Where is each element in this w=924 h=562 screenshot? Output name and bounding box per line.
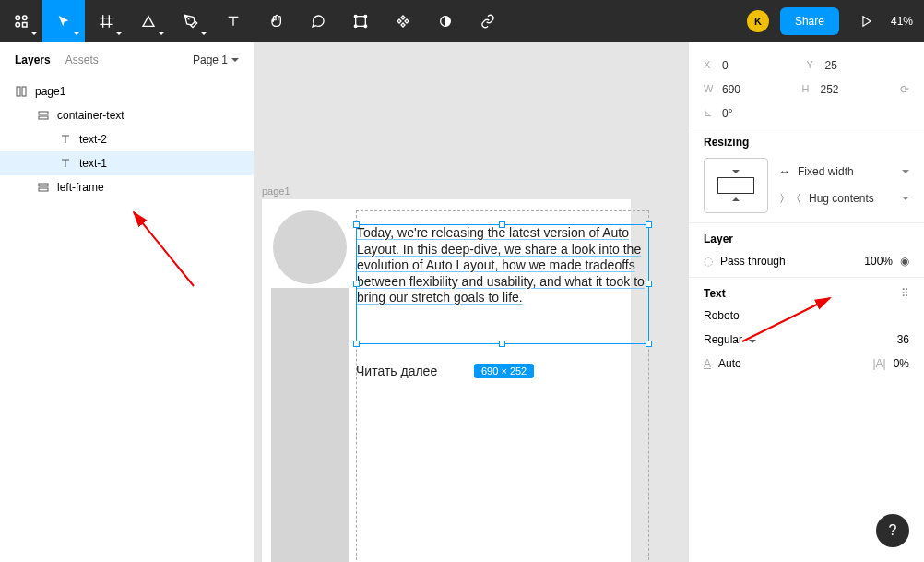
frame-icon	[37, 181, 50, 194]
frame-icon	[15, 85, 28, 98]
resize-handle-se[interactable]	[646, 341, 652, 347]
frame-icon	[37, 109, 50, 122]
link-icon[interactable]	[467, 0, 509, 42]
layer-label: container-text	[57, 109, 124, 122]
user-avatar[interactable]: K	[747, 10, 769, 32]
present-button[interactable]	[850, 5, 883, 38]
resize-visual-control[interactable]	[704, 158, 768, 213]
frame-tool-button[interactable]	[85, 0, 127, 42]
height-resize-dropdown[interactable]: 〉〈Hug contents	[779, 191, 909, 207]
pen-tool-button[interactable]	[170, 0, 212, 42]
svg-point-0	[16, 16, 20, 20]
svg-point-7	[354, 25, 357, 28]
letter-spacing-icon: |A|	[872, 357, 885, 370]
svg-point-8	[364, 25, 367, 28]
x-input[interactable]: 0	[722, 59, 796, 72]
layers-panel: Layers Assets Page 1 page1 container-tex…	[0, 42, 255, 562]
frame-name-label[interactable]: page1	[262, 185, 290, 197]
svg-rect-13	[39, 116, 48, 119]
y-label: Y	[807, 59, 825, 72]
h-input[interactable]: 252	[821, 83, 894, 96]
h-label: H	[802, 83, 821, 96]
hand-tool-button[interactable]	[255, 0, 297, 42]
svg-rect-14	[39, 184, 48, 186]
lock-aspect-icon[interactable]: ⟳	[900, 83, 909, 96]
mask-icon[interactable]	[424, 0, 467, 42]
width-resize-dropdown[interactable]: ↔Fixed width	[779, 165, 909, 178]
canvas-area[interactable]: page1 Today, we're releasing the latest …	[255, 42, 688, 562]
w-label: W	[704, 83, 722, 96]
zoom-level[interactable]: 41%	[891, 15, 913, 28]
resize-handle-n[interactable]	[499, 221, 505, 228]
layer-text-1[interactable]: text-1	[0, 151, 254, 175]
components-icon[interactable]	[382, 0, 424, 42]
svg-rect-3	[23, 23, 28, 28]
layer-label: text-2	[79, 133, 107, 146]
resize-handle-nw[interactable]	[353, 221, 360, 228]
rotation-input[interactable]: 0°	[722, 107, 796, 120]
tab-assets[interactable]: Assets	[65, 54, 99, 66]
left-column-placeholder	[271, 288, 349, 562]
layer-text-2[interactable]: text-2	[0, 127, 254, 151]
svg-point-1	[23, 16, 28, 20]
visibility-icon[interactable]: ◉	[900, 255, 909, 268]
layer-container-text[interactable]: container-text	[0, 103, 254, 127]
tab-layers[interactable]: Layers	[15, 54, 51, 66]
help-button[interactable]: ?	[876, 514, 909, 547]
arrow-h-icon: ↔	[779, 165, 790, 178]
selected-text-layer[interactable]: Today, we're releasing the latest versio…	[356, 224, 649, 344]
svg-rect-10	[17, 87, 20, 96]
shape-tool-button[interactable]	[127, 0, 170, 42]
move-tool-button[interactable]	[42, 0, 85, 42]
bounds-icon[interactable]	[339, 0, 382, 42]
resize-handle-s[interactable]	[499, 341, 505, 347]
svg-rect-11	[22, 87, 26, 96]
svg-point-2	[16, 23, 20, 28]
page-selector[interactable]: Page 1	[193, 54, 239, 66]
inspector-panel: X0 Y25 W690 H252 ⟳ ⊾0° Resizing ↔Fixed w…	[688, 42, 924, 562]
layer-label: page1	[35, 85, 65, 98]
svg-point-5	[354, 15, 357, 18]
svg-point-6	[364, 15, 367, 18]
read-more-text: Читать далее	[356, 364, 437, 378]
avatar-placeholder	[273, 210, 347, 284]
text-tool-button[interactable]	[212, 0, 255, 42]
comment-tool-button[interactable]	[297, 0, 339, 42]
text-icon	[59, 157, 72, 170]
font-size-input[interactable]: 36	[897, 333, 909, 346]
line-height-icon: A	[704, 357, 711, 370]
text-style-icon[interactable]: ⠿	[901, 287, 909, 300]
resize-handle-sw[interactable]	[353, 341, 360, 347]
svg-rect-4	[356, 17, 366, 27]
line-height-input[interactable]: Auto	[718, 357, 865, 370]
dimensions-badge: 690 × 252	[474, 364, 534, 378]
svg-rect-12	[39, 112, 48, 114]
page-frame[interactable]: Today, we're releasing the latest versio…	[262, 199, 631, 562]
font-weight-dropdown[interactable]: Regular	[704, 333, 897, 346]
w-input[interactable]: 690	[722, 83, 796, 96]
resizing-section-title: Resizing	[704, 136, 909, 149]
font-family-dropdown[interactable]: Roboto	[704, 309, 909, 322]
resize-handle-w[interactable]	[353, 281, 360, 287]
main-menu-button[interactable]	[0, 0, 42, 42]
text-section-title: Text	[704, 287, 726, 300]
layer-page1[interactable]: page1	[0, 79, 254, 103]
share-button[interactable]: Share	[780, 7, 839, 35]
layer-left-frame[interactable]: left-frame	[0, 175, 254, 199]
hug-icon: 〉〈	[779, 191, 801, 207]
blend-icon: ◌	[704, 255, 713, 268]
svg-rect-15	[39, 188, 48, 191]
text-icon	[59, 133, 72, 146]
rotation-icon: ⊾	[704, 107, 722, 120]
blend-mode-dropdown[interactable]: Pass through	[720, 255, 857, 268]
top-toolbar: K Share 41%	[0, 0, 924, 42]
layer-section-title: Layer	[704, 233, 909, 245]
layer-label: text-1	[79, 157, 107, 170]
text-content: Today, we're releasing the latest versio…	[357, 225, 648, 306]
layer-label: left-frame	[57, 181, 104, 194]
opacity-input[interactable]: 100%	[864, 255, 893, 268]
y-input[interactable]: 25	[825, 59, 899, 72]
letter-spacing-input[interactable]: 0%	[894, 357, 909, 370]
resize-handle-ne[interactable]	[646, 221, 652, 228]
resize-handle-e[interactable]	[646, 281, 652, 287]
